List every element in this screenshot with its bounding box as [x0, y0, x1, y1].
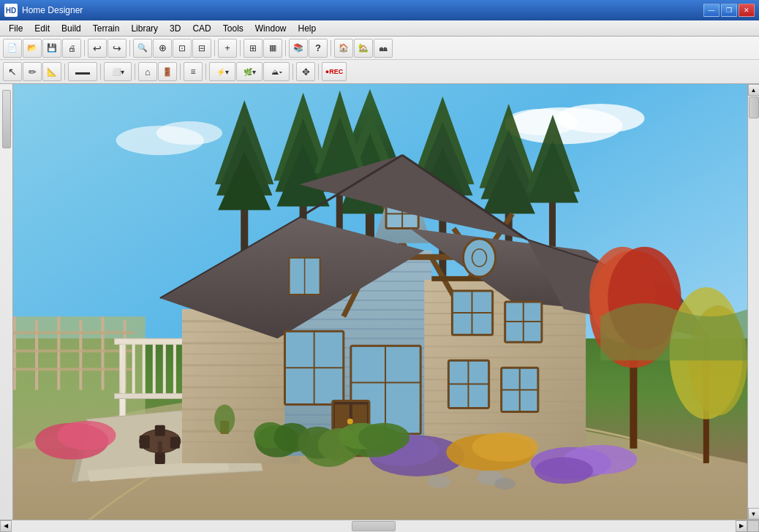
- svg-rect-106: [424, 357, 586, 358]
- canvas-area[interactable]: [13, 84, 747, 520]
- scroll-track-vertical[interactable]: [748, 96, 760, 508]
- menu-item-terrain[interactable]: Terrain: [87, 22, 126, 35]
- scroll-thumb-horizontal[interactable]: [352, 521, 396, 531]
- sep-t3: [135, 64, 135, 80]
- zoom-fit-button[interactable]: ⊡: [173, 39, 192, 58]
- help-button[interactable]: ?: [309, 39, 328, 58]
- sep-2: [129, 40, 130, 56]
- zoom-tools: 🔍 ⊕ ⊡ ⊟: [133, 39, 211, 58]
- new-button[interactable]: 📄: [3, 39, 22, 58]
- sep-5: [285, 40, 286, 56]
- svg-rect-52: [132, 344, 135, 393]
- left-scroll-thumb[interactable]: [2, 90, 11, 148]
- scroll-up-button[interactable]: ▲: [748, 84, 760, 96]
- menu-item-tools[interactable]: Tools: [217, 22, 249, 35]
- svg-point-186: [535, 457, 593, 484]
- menu-item-cad[interactable]: CAD: [186, 22, 216, 35]
- svg-rect-70: [182, 364, 300, 366]
- sep-6: [331, 40, 331, 56]
- main-area: ▲ ▼: [0, 84, 759, 520]
- svg-point-171: [472, 433, 538, 462]
- sep-t4: [180, 64, 181, 80]
- elev-view-button[interactable]: ▦: [263, 39, 282, 58]
- rec-button[interactable]: ●REC: [322, 62, 347, 81]
- svg-point-176: [358, 423, 409, 452]
- draw-tool[interactable]: ✏: [23, 62, 42, 81]
- toolbar-row-1: 📄 📂 💾 🖨 ↩ ↪ 🔍 ⊕ ⊡ ⊟ + ⊞ ▦ 📚 ?: [0, 37, 759, 60]
- svg-point-5: [156, 121, 222, 145]
- menu-item-build[interactable]: Build: [56, 22, 87, 35]
- title-bar: HD Home Designer — ❐ ✕: [0, 0, 759, 20]
- detail-tools: ⚡▾ 🌿▾ ⛰▾: [209, 62, 290, 81]
- scroll-track-horizontal[interactable]: [12, 520, 736, 532]
- scroll-right-button[interactable]: ▶: [736, 520, 747, 532]
- svg-rect-54: [153, 344, 156, 393]
- stairs-tool[interactable]: ≡: [184, 62, 203, 81]
- plan-view-button[interactable]: ⊞: [243, 39, 263, 58]
- terrain-tool[interactable]: ⛰▾: [263, 62, 290, 81]
- svg-point-188: [495, 478, 516, 490]
- svg-rect-53: [143, 344, 146, 393]
- menu-item-3d[interactable]: 3D: [164, 22, 186, 35]
- sep-t5: [205, 64, 206, 80]
- camera3-button[interactable]: 🏘: [374, 39, 393, 58]
- svg-point-159: [347, 419, 353, 425]
- zoom-in-button[interactable]: ⊕: [153, 39, 172, 58]
- menu-item-edit[interactable]: Edit: [29, 22, 56, 35]
- svg-rect-71: [182, 375, 300, 376]
- restore-button[interactable]: ❐: [721, 4, 737, 17]
- svg-rect-43: [13, 349, 135, 352]
- redo-button[interactable]: ↪: [107, 39, 126, 58]
- roof-tool[interactable]: ⌂: [138, 62, 157, 81]
- svg-rect-72: [182, 386, 300, 388]
- print-button[interactable]: 🖨: [62, 39, 81, 58]
- save-button[interactable]: 💾: [42, 39, 61, 58]
- svg-point-167: [214, 405, 235, 434]
- svg-rect-40: [101, 316, 104, 390]
- measure-tool[interactable]: 📐: [42, 62, 61, 81]
- camera2-button[interactable]: 🏡: [354, 39, 373, 58]
- scrollbar-corner: [747, 520, 759, 532]
- walls-tool[interactable]: ▬▬: [68, 62, 97, 81]
- house-scene: [13, 84, 747, 520]
- scroll-down-button[interactable]: ▼: [748, 508, 760, 520]
- rooms-dropdown[interactable]: ⬜▾: [104, 62, 132, 81]
- svg-rect-69: [182, 353, 300, 354]
- svg-rect-62: [170, 437, 180, 449]
- scroll-thumb-vertical[interactable]: [749, 96, 759, 118]
- svg-rect-74: [182, 408, 300, 411]
- svg-rect-51: [122, 344, 125, 393]
- undo-button[interactable]: ↩: [88, 39, 107, 58]
- info-tools: 📚 ?: [289, 39, 328, 58]
- open-button[interactable]: 📂: [23, 39, 42, 58]
- svg-point-152: [463, 239, 495, 277]
- svg-rect-75: [182, 419, 300, 421]
- camera1-button[interactable]: 🏠: [334, 39, 353, 58]
- sep-4: [240, 40, 241, 56]
- sep-t1: [64, 64, 65, 80]
- right-scrollbar: ▲ ▼: [747, 84, 759, 520]
- svg-rect-73: [182, 398, 300, 399]
- menu-item-library[interactable]: Library: [125, 22, 164, 35]
- svg-rect-56: [173, 344, 176, 393]
- move-tool[interactable]: ✥: [296, 62, 315, 81]
- menu-item-help[interactable]: Help: [292, 22, 322, 35]
- svg-rect-39: [79, 320, 82, 390]
- library-button[interactable]: 📚: [289, 39, 308, 58]
- scroll-left-button[interactable]: ◀: [0, 520, 12, 532]
- pan-button[interactable]: +: [218, 39, 237, 58]
- electric-tool[interactable]: ⚡▾: [209, 62, 235, 81]
- menu-bar: File Edit Build Terrain Library 3D CAD T…: [0, 20, 759, 37]
- menu-item-window[interactable]: Window: [249, 22, 292, 35]
- doors-tool[interactable]: 🚪: [158, 62, 177, 81]
- zoom-prev-button[interactable]: ⊟: [192, 39, 211, 58]
- zoom-out-button[interactable]: 🔍: [133, 39, 152, 58]
- minimize-button[interactable]: —: [703, 4, 720, 17]
- toolbar-area: 📄 📂 💾 🖨 ↩ ↪ 🔍 ⊕ ⊡ ⊟ + ⊞ ▦ 📚 ?: [0, 37, 759, 84]
- svg-rect-60: [158, 441, 162, 455]
- menu-item-file[interactable]: File: [3, 22, 29, 35]
- view-tools: ⊞ ▦: [243, 39, 282, 58]
- close-button[interactable]: ✕: [739, 4, 755, 17]
- select-tool[interactable]: ↖: [3, 62, 22, 81]
- plant-tool[interactable]: 🌿▾: [236, 62, 263, 81]
